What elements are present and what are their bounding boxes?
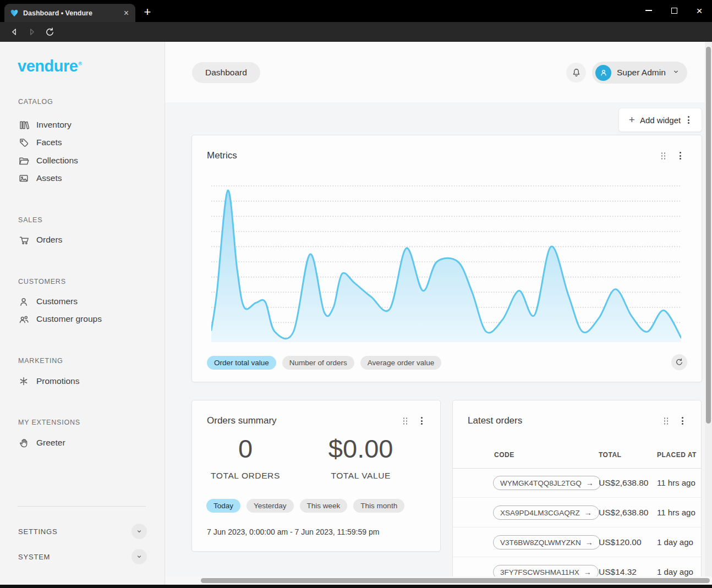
metric-tabs: Order total value Number of orders Avera… (207, 356, 441, 370)
window-close-button[interactable]: × (687, 0, 712, 21)
sidebar-item-customer-groups[interactable]: Customer groups (11, 311, 154, 327)
chevron-down-icon (671, 67, 681, 79)
vertical-scrollbar-thumb[interactable] (706, 47, 711, 424)
sidebar-item-inventory[interactable]: Inventory (11, 117, 154, 133)
horizontal-scrollbar-thumb[interactable] (201, 578, 710, 583)
sidebar: vendure® CATALOG Inventory Facets Collec… (0, 42, 165, 585)
order-total: US$2,638.80 (599, 478, 649, 488)
user-icon (18, 296, 29, 307)
tab-this-week[interactable]: This week (300, 499, 348, 513)
table-row: WYMGK4TQQ8JL2TGQ→ US$2,638.80 11 hrs ago (453, 468, 701, 498)
drag-handle-icon[interactable] (661, 152, 666, 160)
reload-icon (45, 27, 55, 37)
tab-yesterday[interactable]: Yesterday (247, 499, 294, 513)
reload-button[interactable] (43, 25, 56, 39)
main-area: Dashboard Super Admin + (165, 42, 712, 585)
order-code-link[interactable]: V3T6BW8ZQLWMYZKN→ (493, 535, 600, 549)
users-icon (18, 314, 29, 325)
metrics-area-chart (211, 179, 681, 345)
window-maximize-button[interactable] (661, 0, 687, 21)
sidebar-section-system[interactable]: SYSTEM (18, 548, 147, 565)
sidebar-item-assets[interactable]: Assets (11, 170, 154, 186)
kebab-menu-icon[interactable] (686, 114, 692, 126)
total-orders-value: 0 (192, 433, 299, 464)
sidebar-item-collections[interactable]: Collections (11, 152, 154, 169)
tab-order-total-value[interactable]: Order total value (207, 356, 276, 370)
section-label-catalog: CATALOG (18, 98, 53, 106)
order-code-link[interactable]: WYMGK4TQQ8JL2TGQ→ (493, 476, 601, 490)
window-controls: × (636, 0, 712, 21)
sidebar-item-orders[interactable]: Orders (11, 232, 154, 248)
settings-label: SETTINGS (18, 527, 57, 536)
tab-title: Dashboard • Vendure (23, 9, 118, 17)
library-icon (18, 119, 29, 130)
date-range-tabs: Today Yesterday This week This month (206, 499, 404, 513)
date-range-text: 7 Jun 2023, 0:00:00 am - 7 Jun 2023, 11:… (207, 527, 379, 536)
system-label: SYSTEM (18, 553, 50, 561)
column-header-placed-at: PLACED AT (657, 451, 701, 459)
refresh-icon (675, 358, 684, 367)
chevron-down-icon[interactable] (132, 549, 147, 564)
user-menu-button[interactable]: Super Admin (592, 62, 687, 84)
chevron-down-icon[interactable] (132, 524, 147, 539)
add-widget-button[interactable]: + Add widget (618, 108, 702, 132)
sidebar-item-greeter[interactable]: Greeter (11, 435, 154, 451)
horizontal-scrollbar-track[interactable] (165, 576, 712, 585)
column-header-total: TOTAL (599, 451, 621, 459)
sidebar-item-promotions[interactable]: Promotions (11, 373, 154, 389)
sidebar-item-label: Collections (36, 156, 78, 166)
minimize-icon (645, 10, 652, 11)
sidebar-item-label: Customer groups (36, 314, 102, 324)
sidebar-section-settings[interactable]: SETTINGS (18, 523, 147, 540)
section-label-sales: SALES (18, 216, 42, 224)
sidebar-item-facets[interactable]: Facets (11, 134, 154, 151)
orders-summary-widget: Orders summary 0 TOTAL ORDERS $0.00 TOTA… (191, 400, 441, 552)
sidebar-item-customers[interactable]: Customers (11, 293, 154, 310)
breadcrumb-dashboard-button[interactable]: Dashboard (192, 62, 260, 83)
image-icon (18, 173, 29, 184)
close-icon: × (696, 6, 702, 16)
tab-today[interactable]: Today (206, 499, 240, 513)
table-row: V3T6BW8ZQLWMYZKN→ US$120.00 1 day ago (453, 527, 701, 557)
new-tab-button[interactable]: + (140, 4, 155, 20)
back-icon (9, 27, 19, 37)
forward-button[interactable] (25, 25, 39, 39)
arrow-right-icon: → (584, 508, 592, 517)
tab-average-order-value[interactable]: Average order value (360, 356, 441, 370)
order-code-link[interactable]: XSA9PD4LM3CGAQRZ→ (493, 505, 599, 520)
order-total: US$14.32 (599, 567, 637, 577)
order-placed-at: 1 day ago (657, 567, 701, 577)
drag-handle-icon[interactable] (664, 417, 669, 425)
vendure-logo[interactable]: vendure® (18, 57, 81, 75)
browser-toolbar: ! localhost:3000/admin/ (0, 22, 712, 42)
trademark-mark: ® (78, 61, 81, 67)
sidebar-item-label: Facets (36, 138, 62, 147)
widget-title: Latest orders (468, 415, 522, 426)
tab-number-of-orders[interactable]: Number of orders (282, 356, 354, 370)
plus-icon: + (629, 114, 635, 125)
notifications-button[interactable] (566, 63, 586, 83)
kebab-menu-icon[interactable] (677, 150, 683, 162)
widget-title: Metrics (207, 150, 237, 161)
summary-stats: 0 TOTAL ORDERS $0.00 TOTAL VALUE (192, 433, 440, 481)
vertical-scrollbar-track[interactable] (705, 42, 712, 585)
refresh-button[interactable] (671, 354, 687, 370)
kebab-menu-icon[interactable] (419, 415, 425, 427)
window-minimize-button[interactable] (636, 0, 661, 21)
sidebar-item-label: Assets (36, 173, 62, 183)
back-button[interactable] (8, 25, 21, 39)
tab-this-month[interactable]: This month (353, 499, 404, 513)
forward-icon (27, 27, 37, 37)
bell-icon (571, 67, 582, 79)
drag-handle-icon[interactable] (403, 417, 408, 425)
tab-close-icon[interactable]: × (123, 9, 130, 18)
order-placed-at: 11 hrs ago (657, 477, 701, 488)
vendure-admin-app: vendure® CATALOG Inventory Facets Collec… (0, 42, 712, 585)
section-label-customers: CUSTOMERS (18, 278, 66, 285)
tag-icon (18, 137, 29, 148)
kebab-menu-icon[interactable] (680, 415, 686, 427)
arrow-right-icon: → (585, 538, 593, 547)
sidebar-item-label: Greeter (36, 438, 65, 448)
page-header: Dashboard Super Admin (165, 42, 712, 102)
browser-tab[interactable]: Dashboard • Vendure × (4, 4, 135, 22)
